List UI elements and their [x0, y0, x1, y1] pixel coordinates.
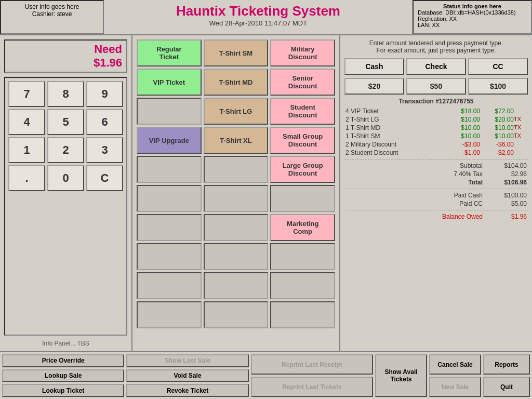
- total-row: Total $106.96: [344, 178, 528, 187]
- numpad-button-2[interactable]: 2: [47, 137, 84, 163]
- numpad: 789456123.0C: [4, 77, 127, 336]
- col2-buttons: Show Last Sale Void Sale Revoke Ticket: [126, 354, 248, 397]
- status-info-panel: Status info goes here Database: DBI::db=…: [413, 0, 532, 34]
- numpad-button-3[interactable]: 3: [86, 137, 123, 163]
- amount-display: Need $1.96: [4, 39, 127, 73]
- paid-cash-row: Paid Cash $100.00: [344, 191, 528, 200]
- user-info-label: User info goes here: [5, 3, 99, 10]
- ticket-btn-small-group-discount[interactable]: Small Group Discount: [270, 127, 335, 154]
- bottom-bar: Price Override Lookup Sale Lookup Ticket…: [0, 351, 532, 399]
- col4-buttons: Show Avail Tickets: [375, 354, 427, 397]
- ticket-buttons-panel: Regular TicketT-Shirt SMMilitary Discoun…: [132, 35, 340, 351]
- transaction-item: 1 T-Shirt SM$10.00$10.00TX: [344, 132, 528, 140]
- transaction-item: 4 VIP Ticket$18.00$72.00: [344, 107, 528, 115]
- ticket-btn-empty-19: [204, 214, 269, 241]
- cancel-sale-button[interactable]: Cancel Sale: [429, 354, 481, 375]
- balance-row: Balance Owed $1.96: [344, 212, 528, 221]
- price-override-button[interactable]: Price Override: [2, 354, 124, 367]
- ticket-btn-empty-16: [204, 185, 269, 212]
- numpad-button-1[interactable]: 1: [8, 137, 45, 163]
- ticket-btn-empty-12: [137, 156, 202, 183]
- ticket-btn-empty-23: [270, 243, 335, 270]
- transaction-item: 2 Student Discount-$1.00-$2.00: [344, 149, 528, 157]
- ticket-btn-empty-28: [204, 301, 269, 328]
- ticket-btn-t-shirt-sm[interactable]: T-Shirt SM: [204, 39, 269, 66]
- transaction-area: Transaction #1272476755 4 VIP Ticket$18.…: [344, 98, 528, 347]
- lookup-ticket-button[interactable]: Lookup Ticket: [2, 384, 124, 397]
- tax-row: 7.40% Tax $2.96: [344, 170, 528, 178]
- reprint-last-tickets-button[interactable]: Reprint Last Tickets: [251, 377, 373, 397]
- numpad-button-4[interactable]: 4: [8, 109, 45, 135]
- numpad-button-9[interactable]: 9: [86, 81, 123, 107]
- status-label: Status info goes here: [418, 3, 527, 9]
- replication-line: Replication: XX: [418, 16, 527, 22]
- numpad-button-6[interactable]: 6: [86, 109, 123, 135]
- lookup-sale-button[interactable]: Lookup Sale: [2, 369, 124, 382]
- right-panel: Enter amount tendered and press payment …: [340, 35, 532, 351]
- ticket-btn-empty-29: [270, 301, 335, 328]
- ticket-btn-regular-ticket[interactable]: Regular Ticket: [137, 39, 202, 66]
- show-last-sale-button[interactable]: Show Last Sale: [126, 354, 248, 367]
- ticket-btn-student-discount[interactable]: Student Discount: [270, 98, 335, 125]
- col6-buttons: Reports Quit: [483, 354, 530, 397]
- ticket-btn-marketing-comp[interactable]: Marketing Comp: [270, 214, 335, 241]
- numpad-button-8[interactable]: 8: [47, 81, 84, 107]
- ticket-btn-empty-24: [137, 272, 202, 299]
- subtotal-row: Subtotal $104.00: [344, 162, 528, 170]
- info-panel: Info Panel... TBS: [4, 340, 127, 347]
- ticket-btn-vip-ticket[interactable]: VIP Ticket: [137, 69, 202, 96]
- db-line: Database: DBI::db=HASH(0x1336d38): [418, 9, 527, 16]
- pay-amount-100[interactable]: $100: [468, 78, 528, 95]
- pay-amount-50[interactable]: $50: [406, 78, 466, 95]
- col5-buttons: Cancel Sale New Sale: [429, 354, 481, 397]
- ticket-btn-empty-18: [137, 214, 202, 241]
- col1-buttons: Price Override Lookup Sale Lookup Ticket: [2, 354, 124, 397]
- datetime-display: Wed 28-Apr-2010 11:47:07 MDT: [107, 19, 409, 27]
- numpad-button-5[interactable]: 5: [47, 109, 84, 135]
- ticket-btn-vip-upgrade[interactable]: VIP Upgrade: [137, 127, 202, 154]
- ticket-btn-empty-25: [204, 272, 269, 299]
- payment-instruction: Enter amount tendered and press payment …: [344, 39, 528, 54]
- paid-cc-row: Paid CC $5.00: [344, 200, 528, 208]
- need-label: Need $1.96: [94, 43, 122, 70]
- transaction-title: Transaction #1272476755: [344, 98, 528, 105]
- ticket-btn-senior-discount[interactable]: Senior Discount: [270, 69, 335, 96]
- new-sale-button[interactable]: New Sale: [429, 377, 481, 397]
- quit-button[interactable]: Quit: [483, 377, 530, 397]
- reports-button[interactable]: Reports: [483, 354, 530, 375]
- ticket-btn-military-discount[interactable]: Military Discount: [270, 39, 335, 66]
- ticket-btn-empty-26: [270, 272, 335, 299]
- revoke-ticket-button[interactable]: Revoke Ticket: [126, 384, 248, 397]
- pay-type-check[interactable]: Check: [406, 58, 466, 75]
- numpad-button-0[interactable]: 0: [47, 165, 84, 191]
- lan-line: LAN: XX: [418, 22, 527, 28]
- col3-buttons: Reprint Last Receipt Reprint Last Ticket…: [251, 354, 373, 397]
- show-avail-tickets-button[interactable]: Show Avail Tickets: [375, 354, 427, 397]
- ticket-btn-t-shirt-md[interactable]: T-Shirt MD: [204, 69, 269, 96]
- reprint-last-receipt-button[interactable]: Reprint Last Receipt: [251, 354, 373, 375]
- transaction-item: 2 T-Shirt LG$10.00$20.00TX: [344, 115, 528, 124]
- numpad-button-clear[interactable]: C: [86, 165, 123, 191]
- cashier-label: Cashier:: [32, 10, 56, 18]
- cashier-name: steve: [57, 10, 72, 18]
- transaction-item: 1 T-Shirt MD$10.00$10.00TX: [344, 124, 528, 132]
- ticket-btn-large-group-discount[interactable]: Large Group Discount: [270, 156, 335, 183]
- cashier-info: Cashier: steve: [5, 10, 99, 18]
- ticket-btn-empty-15: [137, 185, 202, 212]
- ticket-btn-empty-17: [270, 185, 335, 212]
- ticket-btn-t-shirt-lg[interactable]: T-Shirt LG: [204, 98, 269, 125]
- ticket-btn-empty-27: [137, 301, 202, 328]
- pay-type-cash[interactable]: Cash: [344, 58, 404, 75]
- numpad-button-dot[interactable]: .: [8, 165, 45, 191]
- app-title: Hauntix Ticketing System: [107, 3, 409, 19]
- ticket-btn-empty-13: [204, 156, 269, 183]
- transaction-item: 2 Military Discount-$3.00-$6.00: [344, 140, 528, 149]
- ticket-btn-t-shirt-xl[interactable]: T-Shirt XL: [204, 127, 269, 154]
- void-sale-button[interactable]: Void Sale: [126, 369, 248, 382]
- numpad-button-7[interactable]: 7: [8, 81, 45, 107]
- title-area: Hauntix Ticketing System Wed 28-Apr-2010…: [104, 0, 413, 34]
- ticket-btn-empty-22: [204, 243, 269, 270]
- pay-amount-20[interactable]: $20: [344, 78, 404, 95]
- user-info-panel: User info goes here Cashier: steve: [0, 0, 104, 34]
- pay-type-cc[interactable]: CC: [468, 58, 528, 75]
